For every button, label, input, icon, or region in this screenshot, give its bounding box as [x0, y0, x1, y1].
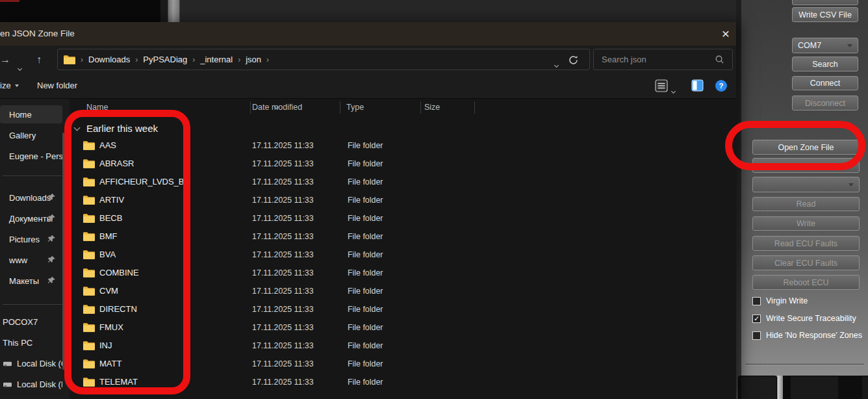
sidebar-item-pocox7[interactable]: POCOX7	[0, 313, 62, 331]
file-type: File folder	[348, 141, 383, 150]
partial-button[interactable]	[792, 0, 858, 5]
file-type: File folder	[348, 159, 383, 168]
date-modified: 17.11.2025 11:33	[252, 268, 314, 277]
dialog-toolbar: ize New folder ?	[0, 77, 736, 96]
reboot-ecu-button[interactable]: Reboot ECU	[752, 275, 860, 290]
checkbox-checked[interactable]: ✓	[752, 315, 761, 323]
zone-combobox-2[interactable]	[752, 177, 860, 192]
column-header-name[interactable]: Name	[86, 99, 108, 116]
breadcrumb-item[interactable]: Downloads	[88, 55, 130, 64]
help-icon[interactable]: ?	[715, 80, 727, 92]
column-separator[interactable]	[420, 101, 421, 114]
background-scrollbar[interactable]	[168, 0, 180, 22]
table-row[interactable]: COMBINE 17.11.2025 11:33 File folder	[70, 264, 736, 282]
panel-divider	[745, 364, 864, 365]
address-dropdown-icon[interactable]	[555, 58, 558, 70]
folder-icon	[83, 378, 95, 387]
bottom-scrollbar[interactable]	[778, 376, 783, 399]
preview-pane-icon[interactable]	[691, 79, 704, 92]
table-row[interactable]: INJ 17.11.2025 11:33 File folder	[70, 337, 736, 355]
file-type: File folder	[348, 323, 383, 332]
sidebar-item-onedrive[interactable]: Eugene - Persor	[0, 147, 62, 165]
sidebar-divider	[3, 175, 62, 176]
com-port-combobox[interactable]: COM7	[792, 38, 858, 53]
table-row[interactable]: FMUX 17.11.2025 11:33 File folder	[70, 318, 736, 337]
hide-no-response-zones-checkbox-row[interactable]: Hide 'No Response' Zones	[752, 331, 862, 340]
sidebar-scrollbar[interactable]	[62, 133, 64, 370]
write-button[interactable]: Write	[752, 216, 860, 231]
open-zone-file-button[interactable]: Open Zone File	[752, 140, 860, 155]
folder-icon	[64, 55, 75, 64]
search-box[interactable]	[593, 49, 733, 70]
pin-icon	[47, 235, 56, 243]
view-mode-icon[interactable]	[655, 79, 668, 92]
table-row[interactable]: BECB 17.11.2025 11:33 File folder	[70, 209, 736, 227]
chevron-down-icon	[15, 84, 19, 87]
column-separator[interactable]	[474, 101, 475, 114]
breadcrumb[interactable]: › Downloads › PyPSADiag › _internal › js…	[57, 49, 590, 70]
table-row[interactable]: TELEMAT 17.11.2025 11:33 File folder	[70, 373, 736, 391]
view-dropdown-icon[interactable]	[672, 84, 675, 96]
checkbox-label: Virgin Write	[766, 296, 808, 305]
disconnect-button[interactable]: Disconnect	[792, 96, 858, 110]
table-row[interactable]: AFFICHEUR_LVDS_BD 17.11.2025 11:33 File …	[70, 173, 736, 191]
table-row[interactable]: CVM 17.11.2025 11:33 File folder	[70, 282, 736, 300]
close-icon[interactable]: ×	[717, 25, 734, 42]
zone-combobox-1[interactable]	[752, 158, 860, 173]
search-button[interactable]: Search	[792, 57, 858, 71]
sidebar-item-local-disk-d[interactable]: Local Disk (D:)	[0, 375, 62, 393]
sidebar-item-this-pc[interactable]: This PC	[0, 333, 62, 352]
forward-icon[interactable]: →	[0, 49, 10, 71]
column-separator[interactable]	[250, 101, 251, 114]
sidebar-item-pinned[interactable]: Downloads	[0, 188, 62, 207]
date-modified: 17.11.2025 11:33	[252, 359, 314, 368]
file-type: File folder	[348, 341, 383, 350]
file-name: COMBINE	[99, 268, 139, 277]
sidebar-item-pinned[interactable]: Pictures	[0, 230, 62, 248]
recent-locations-icon[interactable]	[18, 57, 21, 79]
disk-icon	[3, 380, 12, 389]
connect-button[interactable]: Connect	[792, 76, 858, 90]
table-row[interactable]: BVA 17.11.2025 11:33 File folder	[70, 246, 736, 264]
folder-icon	[83, 305, 95, 314]
sidebar-item-pinned[interactable]: Документы	[0, 209, 62, 227]
checkbox-unchecked[interactable]	[752, 297, 761, 305]
date-modified: 17.11.2025 11:33	[252, 323, 314, 332]
sidebar-item-label: www	[9, 255, 27, 265]
chevron-down-icon	[74, 124, 81, 131]
search-input[interactable]	[594, 49, 709, 70]
write-csv-file-button[interactable]: Write CSV File	[792, 7, 858, 22]
breadcrumb-item[interactable]: json	[246, 55, 261, 64]
clear-ecu-faults-button[interactable]: Clear ECU Faults	[752, 255, 860, 270]
read-button[interactable]: Read	[752, 197, 860, 211]
table-row[interactable]: ARTIV 17.11.2025 11:33 File folder	[70, 191, 736, 209]
table-row[interactable]: AAS 17.11.2025 11:33 File folder	[70, 136, 736, 155]
table-row[interactable]: ABRASR 17.11.2025 11:33 File folder	[70, 155, 736, 173]
sidebar-item-pinned[interactable]: www	[0, 251, 62, 269]
sidebar-item-local-disk-c[interactable]: Local Disk (C:)	[0, 354, 62, 372]
breadcrumb-item[interactable]: PyPSADiag	[143, 55, 187, 64]
breadcrumb-item[interactable]: _internal	[200, 55, 233, 64]
sidebar-item-pinned[interactable]: Макеты	[0, 272, 62, 290]
new-folder-button[interactable]: New folder	[37, 81, 77, 90]
table-row[interactable]: MATT 17.11.2025 11:33 File folder	[70, 355, 736, 373]
column-separator[interactable]	[340, 101, 340, 114]
checkbox-unchecked[interactable]	[752, 331, 761, 340]
date-modified: 17.11.2025 11:33	[252, 305, 314, 314]
refresh-icon[interactable]	[568, 55, 579, 66]
folder-icon	[83, 341, 95, 350]
dialog-titlebar[interactable]: en JSON Zone File ×	[0, 22, 736, 45]
write-secure-traceability-checkbox-row[interactable]: ✓ Write Secure Traceability	[752, 314, 856, 323]
up-icon[interactable]: ↑	[36, 49, 42, 71]
column-header-type[interactable]: Type	[346, 99, 364, 116]
sidebar-item-gallery[interactable]: Gallery	[0, 126, 62, 144]
table-row[interactable]: DIRECTN 17.11.2025 11:33 File folder	[70, 300, 736, 318]
sidebar-item-home[interactable]: Home	[0, 105, 62, 123]
group-header[interactable]: Earlier this week	[70, 121, 158, 135]
organize-button[interactable]: ize	[0, 81, 19, 90]
folder-icon	[83, 323, 95, 332]
virgin-write-checkbox-row[interactable]: Virgin Write	[752, 296, 808, 305]
column-header-size[interactable]: Size	[424, 99, 440, 116]
table-row[interactable]: BMF 17.11.2025 11:33 File folder	[70, 227, 736, 246]
read-ecu-faults-button[interactable]: Read ECU Faults	[752, 236, 860, 251]
